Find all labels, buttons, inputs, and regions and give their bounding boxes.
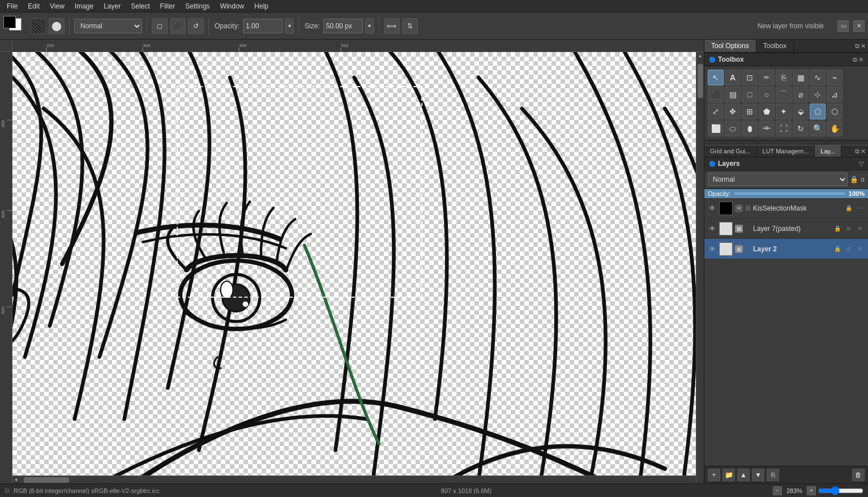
fill-tool-btn[interactable]: ⬛ (170, 18, 186, 34)
tool-rect-shape[interactable]: □ (742, 87, 758, 102)
tool-free-select-2[interactable]: ⬠ (810, 104, 826, 119)
foreground-color[interactable] (3, 16, 16, 28)
tool-select-by-color[interactable]: ⬙ (793, 104, 809, 119)
layer-visible-2[interactable]: ✕ (856, 224, 865, 233)
pattern-swatch[interactable] (31, 18, 46, 34)
layer-row-layer7[interactable]: 👁 ▦ Layer 7(pasted) 🔒 α ✕ (704, 218, 868, 239)
tool-options-tab[interactable]: Tool Options (704, 40, 756, 52)
tool-bezier[interactable]: ⌒ (776, 87, 792, 102)
new-group-btn[interactable]: 📁 (722, 469, 735, 481)
zoom-in-btn[interactable]: + (807, 486, 816, 495)
panel-expand-btn[interactable]: ▭ (837, 20, 849, 32)
tab-grid-gui[interactable]: Grid and Gui... (704, 145, 757, 157)
layer-visible-3[interactable]: ✕ (856, 245, 865, 254)
tool-select-by-color2[interactable]: ⬲ (759, 121, 775, 136)
layer-row-kisselectionmask[interactable]: 👁 M ⛓ KisSelectionMask 🔒 ⋯ (704, 198, 868, 218)
reset-btn[interactable]: ↺ (188, 18, 204, 34)
blend-mode-select[interactable]: Normal Multiply Screen (74, 19, 142, 33)
panel-close-btn[interactable]: ✕ (853, 20, 865, 32)
tool-gradient[interactable]: ▤ (725, 87, 741, 102)
duplicate-layer-btn[interactable]: ⎘ (767, 469, 779, 481)
toolbox-close-btn[interactable]: ✕ (858, 56, 863, 63)
layer-alpha-2[interactable]: α (844, 224, 853, 233)
new-layer-btn[interactable]: + (708, 469, 720, 481)
tab-lut-mgmt[interactable]: LUT Managem... (757, 145, 815, 157)
toolbox-tab[interactable]: Toolbox (756, 40, 794, 52)
tool-transform-3d[interactable]: ⊡ (742, 70, 758, 85)
menu-window[interactable]: Window (216, 1, 249, 11)
layer-eye-1[interactable]: 👁 (708, 204, 717, 213)
move-layer-down[interactable]: ▼ (752, 469, 764, 481)
layer-eye-2[interactable]: 👁 (708, 224, 717, 233)
opacity-bar[interactable] (734, 192, 845, 195)
horizontal-scrollbar[interactable]: ◄ (12, 475, 696, 483)
layer-lock-3[interactable]: 🔒 (833, 245, 842, 254)
vscroll-thumb[interactable] (698, 64, 703, 98)
tool-ellipse-shape[interactable]: ○ (759, 87, 775, 102)
tool-rotate[interactable]: ↻ (793, 121, 809, 136)
size-input[interactable] (323, 19, 363, 33)
menu-settings[interactable]: Settings (181, 1, 214, 11)
layer-alpha-1[interactable]: ⋯ (856, 204, 865, 213)
tool-ellipse-select[interactable]: ⬭ (725, 121, 741, 136)
tool-paintbucket[interactable]: ⬛ (708, 87, 724, 102)
menu-layer[interactable]: Layer (99, 1, 125, 11)
hscroll-left-arrow[interactable]: ◄ (14, 477, 18, 482)
zoom-out-btn[interactable]: − (773, 486, 782, 495)
flip-v-btn[interactable]: ⇅ (402, 18, 418, 34)
tool-text[interactable]: A (725, 70, 741, 85)
tool-scale[interactable]: ⤢ (708, 104, 724, 119)
tool-select-connected[interactable]: ⬮ (742, 121, 758, 136)
vertical-scrollbar[interactable]: ▲ (696, 52, 704, 483)
toolbox-float-btn[interactable]: ⧉ (853, 56, 857, 63)
layer-alpha-3[interactable]: α (844, 245, 853, 254)
tool-pattern[interactable]: ▦ (793, 70, 809, 85)
dock-separator[interactable]: · · · · · · (704, 140, 868, 145)
menu-file[interactable]: File (2, 1, 22, 11)
zoom-slider[interactable] (818, 488, 863, 494)
tool-intelligent[interactable]: ⬡ (827, 104, 843, 119)
move-layer-up[interactable]: ▲ (737, 469, 750, 481)
layers-filter-icon[interactable]: ▽ (859, 160, 863, 168)
menu-image[interactable]: Image (70, 1, 98, 11)
opacity-input[interactable] (243, 19, 283, 33)
flip-h-btn[interactable]: ⟺ (384, 18, 400, 34)
tool-fuzzy-select[interactable]: ✦ (776, 104, 792, 119)
canvas-viewport[interactable] (12, 52, 696, 475)
layer-eye-3[interactable]: 👁 (708, 245, 717, 254)
layers-lock-icon[interactable]: 🔒 (850, 175, 858, 183)
layers-close-btn[interactable]: ✕ (861, 148, 866, 155)
tool-rect-select[interactable]: ⬜ (708, 121, 724, 136)
layer-lock-2[interactable]: 🔒 (833, 224, 842, 233)
menu-edit[interactable]: Edit (23, 1, 44, 11)
tool-warp[interactable]: ⌁ (827, 70, 843, 85)
tool-pencil[interactable]: ✏ (759, 70, 775, 85)
panel-close-x[interactable]: ✕ (861, 42, 866, 50)
menu-filter[interactable]: Filter (156, 1, 180, 11)
layer-lock-1[interactable]: 🔒 (844, 204, 853, 213)
tool-clone[interactable]: ⎘ (776, 70, 792, 85)
vscroll-up-arrow[interactable]: ▲ (698, 53, 703, 58)
layers-float-btn[interactable]: ⧉ (855, 148, 860, 155)
tool-zoom[interactable]: 🔍 (810, 121, 826, 136)
layers-alpha-icon[interactable]: α (861, 175, 865, 183)
opacity-menu-btn[interactable]: ▾ (285, 18, 294, 34)
tool-freehand[interactable]: ⌀ (793, 87, 809, 102)
hscroll-thumb[interactable] (24, 477, 69, 483)
brush-preview[interactable]: ⬤ (49, 18, 65, 34)
tab-layers[interactable]: Lay... (815, 145, 841, 157)
tool-curve[interactable]: ∿ (810, 70, 826, 85)
panel-float-btn[interactable]: ⧉ (855, 42, 860, 50)
tool-free-select[interactable]: ⬟ (759, 104, 775, 119)
tool-move[interactable]: ✥ (725, 104, 741, 119)
layers-mode-select[interactable]: Normal Multiply (708, 173, 848, 186)
delete-layer-btn[interactable]: 🗑 (852, 469, 865, 481)
size-menu-btn[interactable]: ▾ (365, 18, 374, 34)
erase-tool-btn[interactable]: ◻ (152, 18, 168, 34)
menu-select[interactable]: Select (126, 1, 154, 11)
tool-cage[interactable]: ⊞ (742, 104, 758, 119)
layer-row-layer2[interactable]: 👁 ▦ Layer 2 🔒 α ✕ (704, 239, 868, 259)
menu-help[interactable]: Help (250, 1, 273, 11)
tool-crop[interactable]: ⛶ (776, 121, 792, 136)
tool-pan[interactable]: ✋ (827, 121, 843, 136)
